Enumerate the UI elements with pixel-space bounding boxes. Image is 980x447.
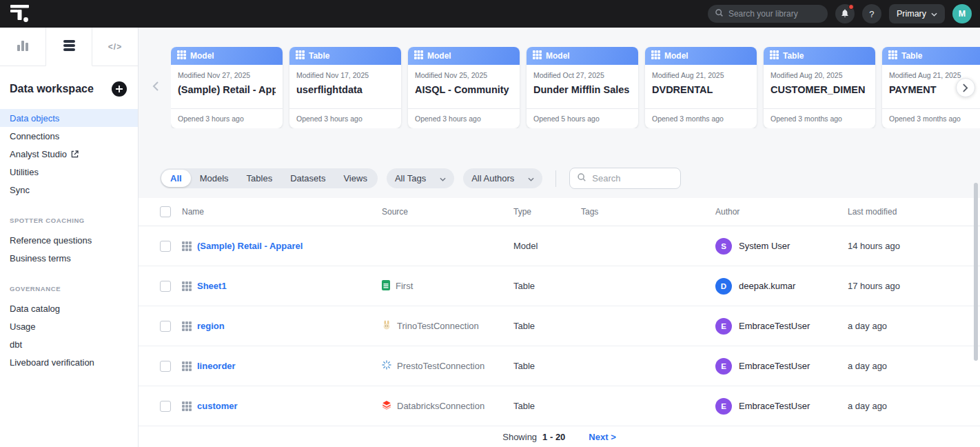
row-name-link[interactable]: customer: [197, 401, 238, 411]
recent-card[interactable]: Table Modified Nov 17, 2025userflightdat…: [289, 47, 401, 128]
table-grid-icon: [182, 321, 192, 331]
row-checkbox[interactable]: [160, 361, 171, 372]
table-grid-icon: [296, 50, 305, 61]
tab-insights[interactable]: [0, 28, 45, 66]
bar-chart-icon: [17, 40, 29, 54]
help-button[interactable]: ?: [862, 4, 881, 23]
filter-tab-tables[interactable]: Tables: [238, 170, 282, 187]
recent-card[interactable]: Table Modified Aug 20, 2025CUSTOMER_DIME…: [764, 47, 875, 128]
table-row[interactable]: (Sample) Retail - Apparel Model S System…: [139, 226, 980, 266]
sidebar-item-label: dbt: [10, 339, 22, 350]
next-page-link[interactable]: Next >: [589, 432, 615, 442]
card-modified: Modified Nov 25, 2025: [415, 71, 513, 79]
row-checkbox[interactable]: [160, 281, 171, 292]
card-opened: Opened 3 hours ago: [289, 108, 401, 128]
user-avatar[interactable]: M: [952, 4, 972, 23]
table-row[interactable]: Sheet1 First Table D deepak.kumar 17 hou…: [139, 266, 980, 306]
sidebar-item-reference-questions[interactable]: Reference questions: [0, 231, 138, 249]
author-avatar: E: [715, 318, 732, 335]
list-search-input[interactable]: [592, 173, 673, 183]
column-header-tags[interactable]: Tags: [581, 207, 715, 217]
search-icon: [715, 8, 724, 20]
row-name-link[interactable]: region: [197, 321, 225, 331]
org-selector[interactable]: Primary: [889, 4, 945, 23]
filter-tab-all[interactable]: All: [161, 170, 191, 187]
sidebar-item-data-catalog[interactable]: Data catalog: [0, 299, 138, 317]
sidebar-item-analyst-studio[interactable]: Analyst Studio: [0, 145, 138, 163]
user-avatar-initial: M: [959, 9, 966, 19]
select-all-checkbox[interactable]: [160, 206, 171, 217]
column-header-author[interactable]: Author: [715, 207, 848, 217]
column-header-source[interactable]: Source: [382, 207, 513, 217]
sidebar-item-utilities[interactable]: Utilities: [0, 163, 138, 181]
list-search[interactable]: [569, 168, 681, 189]
column-header-last-modified[interactable]: Last modified: [848, 207, 980, 217]
carousel-prev-button[interactable]: [152, 81, 159, 94]
row-name-link[interactable]: lineorder: [197, 361, 236, 371]
row-checkbox[interactable]: [160, 321, 171, 332]
sidebar-item-label: Utilities: [10, 167, 39, 177]
card-title: AISQL - Community: [415, 84, 513, 95]
row-checkbox[interactable]: [160, 241, 171, 252]
row-author-label: EmbraceTestUser: [739, 321, 810, 331]
library-search[interactable]: [708, 5, 828, 23]
search-icon: [577, 172, 586, 185]
notifications-button[interactable]: [835, 4, 855, 23]
add-button[interactable]: [112, 81, 127, 97]
sidebar-item-label: Analyst Studio: [10, 149, 67, 159]
sheets-icon: [382, 280, 390, 292]
sidebar-item-label: Liveboard verification: [10, 357, 94, 368]
filter-tab-models[interactable]: Models: [191, 170, 238, 187]
card-modified: Modified Oct 27, 2025: [533, 71, 631, 79]
card-modified: Modified Nov 27, 2025: [178, 71, 276, 79]
recent-card[interactable]: Model Modified Nov 27, 2025(Sample) Reta…: [171, 47, 283, 128]
author-avatar-initial: E: [721, 322, 726, 330]
table-grid-icon: [888, 50, 897, 61]
sidebar-item-connections[interactable]: Connections: [0, 127, 138, 145]
authors-filter-dropdown[interactable]: All Authors: [463, 168, 542, 188]
type-filter-tabs: All Models Tables Datasets Views: [160, 168, 378, 188]
card-opened: Opened 3 months ago: [764, 108, 875, 128]
thoughtspot-logo[interactable]: [10, 3, 37, 25]
recent-card[interactable]: Model Modified Nov 25, 2025AISQL - Commu…: [408, 47, 520, 128]
row-name-link[interactable]: Sheet1: [197, 281, 227, 291]
row-last-modified: a day ago: [848, 361, 980, 371]
table-row[interactable]: region TrinoTestConnection Table E Embra…: [139, 306, 980, 346]
row-checkbox[interactable]: [160, 401, 171, 412]
topbar: ? Primary M: [0, 0, 980, 28]
recent-cards: Model Modified Nov 27, 2025(Sample) Reta…: [171, 47, 980, 128]
authors-filter-label: All Authors: [471, 173, 514, 183]
section-governance: GOVERNANCE: [10, 285, 128, 292]
bell-icon: [840, 8, 850, 20]
table-grid-icon: [182, 241, 192, 251]
tags-filter-dropdown[interactable]: All Tags: [387, 168, 454, 188]
card-modified: Modified Nov 17, 2025: [296, 71, 394, 79]
recent-card[interactable]: Model Modified Aug 21, 2025DVDRENTAL Ope…: [645, 47, 757, 128]
card-type-label: Model: [427, 51, 451, 61]
library-search-input[interactable]: [728, 9, 821, 19]
table-grid-icon: [651, 50, 660, 61]
sidebar-item-usage[interactable]: Usage: [0, 317, 138, 335]
tab-data[interactable]: [45, 28, 92, 66]
table-row[interactable]: customer DatabricksConnection Table E Em…: [139, 386, 980, 426]
filter-tab-datasets[interactable]: Datasets: [281, 170, 334, 187]
vertical-scrollbar[interactable]: [974, 183, 978, 361]
filter-tab-views[interactable]: Views: [334, 170, 376, 187]
table-row[interactable]: lineorder PrestoTestConnection Table E E…: [139, 346, 980, 386]
sidebar-item-liveboard-verification[interactable]: Liveboard verification: [0, 353, 138, 371]
row-name-link[interactable]: (Sample) Retail - Apparel: [197, 241, 303, 251]
column-header-name[interactable]: Name: [182, 207, 382, 217]
sidebar-item-sync[interactable]: Sync: [0, 181, 138, 199]
card-type-label: Model: [664, 51, 688, 61]
sidebar-item-dbt[interactable]: dbt: [0, 335, 138, 353]
sidebar-item-data-objects[interactable]: Data objects: [0, 109, 138, 127]
card-title: CUSTOMER_DIMEN: [770, 84, 868, 95]
tab-developer[interactable]: </>: [92, 28, 138, 66]
recent-card[interactable]: Model Modified Oct 27, 2025Dunder Miffli…: [527, 47, 638, 128]
card-opened: Opened 3 months ago: [882, 108, 980, 128]
column-header-type[interactable]: Type: [513, 207, 581, 217]
sidebar-item-business-terms[interactable]: Business terms: [0, 249, 138, 267]
sidebar-item-label: Data objects: [10, 113, 59, 123]
carousel-next-button[interactable]: [956, 78, 975, 97]
author-avatar-initial: E: [721, 362, 726, 370]
